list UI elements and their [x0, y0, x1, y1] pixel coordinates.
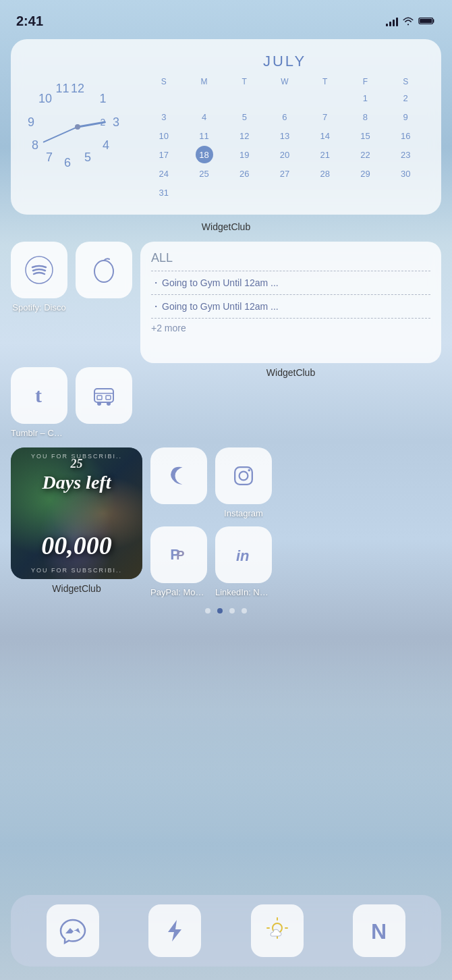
- lemon-icon: [88, 254, 120, 286]
- clock-num-12: 12: [71, 82, 84, 96]
- transit-icon-container[interactable]: [76, 367, 132, 424]
- cal-header: M: [185, 76, 224, 88]
- tumblr-app[interactable]: t Tumblr – Cultu: [11, 367, 67, 438]
- weather-icon: [261, 915, 293, 947]
- cal-day: [397, 184, 414, 201]
- cal-day: 17: [155, 146, 173, 163]
- svg-rect-2: [420, 19, 432, 23]
- days-number-display: 25: [71, 457, 83, 471]
- clock-num-8: 8: [32, 138, 38, 153]
- cal-day: 14: [316, 127, 334, 144]
- reminder-dot-1: ・: [151, 277, 161, 288]
- tumblr-icon-container[interactable]: t: [11, 367, 67, 424]
- clock-num-4: 4: [103, 138, 109, 153]
- cal-day: 28: [316, 165, 334, 182]
- lemon-app[interactable]: [76, 242, 132, 302]
- spotify-icon: [23, 254, 55, 286]
- clock-num-7: 7: [46, 151, 53, 165]
- right-icons-row-2: P P PayPal: Mobile in LinkedIn: Netw: [150, 526, 272, 597]
- cal-header: F: [346, 76, 385, 88]
- netflix-dock-item[interactable]: N: [353, 904, 405, 957]
- linkedin-icon-container[interactable]: in: [215, 526, 272, 583]
- status-icons: [386, 16, 436, 26]
- page-dot-3[interactable]: [229, 608, 235, 614]
- netflix-icon-container[interactable]: N: [353, 904, 405, 957]
- cal-day: 3: [155, 108, 173, 126]
- instagram-label: Instagram: [224, 508, 263, 518]
- cal-day: [196, 89, 213, 107]
- cal-day: 12: [235, 127, 253, 144]
- cal-day: [316, 184, 334, 201]
- clock-center: [75, 124, 80, 130]
- cal-day: 7: [316, 108, 334, 126]
- linkedin-icon: in: [229, 540, 258, 570]
- reeder-dock-item[interactable]: [148, 904, 201, 957]
- paypal-app[interactable]: P P PayPal: Mobile: [150, 526, 207, 597]
- instagram-app[interactable]: Instagram: [215, 447, 272, 518]
- page-dot-1[interactable]: [205, 608, 210, 614]
- calendar-month: JULY: [144, 53, 425, 70]
- cal-day: [235, 184, 253, 201]
- cal-day: 20: [276, 146, 293, 163]
- reminders-widget[interactable]: ALL ・Going to Gym Until 12am ... ・Going …: [140, 242, 441, 363]
- messenger-icon-container[interactable]: [47, 904, 99, 957]
- page-dot-2[interactable]: [217, 608, 223, 614]
- svg-text:N: N: [371, 919, 387, 944]
- instagram-icon: [229, 461, 258, 491]
- moon-app[interactable]: [150, 447, 207, 518]
- spotify-icon-container[interactable]: [11, 242, 67, 298]
- lemon-icon-container[interactable]: [76, 242, 132, 298]
- reeder-icon-container[interactable]: [148, 904, 201, 957]
- cal-day: [196, 184, 213, 201]
- reminder-text-1: Going to Gym Until 12am ...: [162, 277, 279, 288]
- cal-day: 16: [397, 127, 414, 144]
- cal-day: 2: [397, 89, 414, 107]
- cal-day: 4: [196, 108, 213, 126]
- weather-icon-container[interactable]: [251, 904, 304, 957]
- cal-day: [235, 89, 253, 107]
- days-left-label: Days left: [43, 472, 111, 493]
- days-count: 00,000: [41, 530, 112, 560]
- moon-icon: [164, 461, 194, 491]
- svg-point-9: [107, 402, 111, 406]
- cal-day: 29: [356, 165, 374, 182]
- cal-day: 27: [276, 165, 293, 182]
- messenger-icon: [57, 915, 89, 947]
- cal-day: 25: [196, 165, 213, 182]
- cal-day: [316, 89, 334, 107]
- paypal-icon-container[interactable]: P P: [150, 526, 207, 583]
- reminders-widget-label: WidgetClub: [266, 367, 315, 378]
- dock: N: [11, 895, 441, 967]
- moon-icon-container[interactable]: [150, 447, 207, 504]
- netflix-icon: N: [363, 915, 395, 947]
- large-row: YOU FOR SUBSCRIBI.. 25 Days left 00,000 …: [11, 447, 441, 597]
- reminders-all: ALL: [151, 251, 430, 265]
- paypal-label: PayPal: Mobile: [150, 587, 207, 597]
- clock-num-10: 10: [38, 92, 52, 106]
- status-time: 2:41: [16, 13, 43, 29]
- page-dot-4[interactable]: [242, 608, 247, 614]
- cal-day: [276, 89, 293, 107]
- svg-text:t: t: [35, 384, 42, 406]
- svg-rect-10: [97, 396, 102, 400]
- spotify-app[interactable]: Spotify: Disco: [11, 242, 67, 312]
- cal-day-today: 18: [196, 146, 213, 163]
- calendar-grid: SMTWTFS123456789101112131415161718192021…: [144, 76, 425, 201]
- days-widget[interactable]: YOU FOR SUBSCRIBI.. 25 Days left 00,000 …: [11, 447, 142, 579]
- analog-clock: 12 1 3 4 5 6 7 8 9 10 11 2: [27, 76, 128, 178]
- instagram-icon-container[interactable]: [215, 447, 272, 504]
- calendar-section: JULY SMTWTFS1234567891011121314151617181…: [144, 53, 425, 201]
- transit-app[interactable]: [76, 367, 132, 428]
- svg-text:in: in: [236, 547, 250, 564]
- linkedin-label: LinkedIn: Netw: [215, 587, 272, 597]
- svg-point-4: [94, 261, 113, 282]
- apps-row-1: Spotify: Disco ALL ・Going to Gym Until 1…: [11, 242, 441, 363]
- reminder-dot-2: ・: [151, 301, 161, 312]
- weather-dock-item[interactable]: [251, 904, 304, 957]
- svg-point-13: [239, 472, 248, 481]
- days-widget-label: WidgetClub: [52, 583, 101, 594]
- messenger-dock-item[interactable]: [47, 904, 99, 957]
- linkedin-app[interactable]: in LinkedIn: Netw: [215, 526, 272, 597]
- cal-header: W: [265, 76, 304, 88]
- tumblr-label: Tumblr – Cultu: [11, 428, 67, 438]
